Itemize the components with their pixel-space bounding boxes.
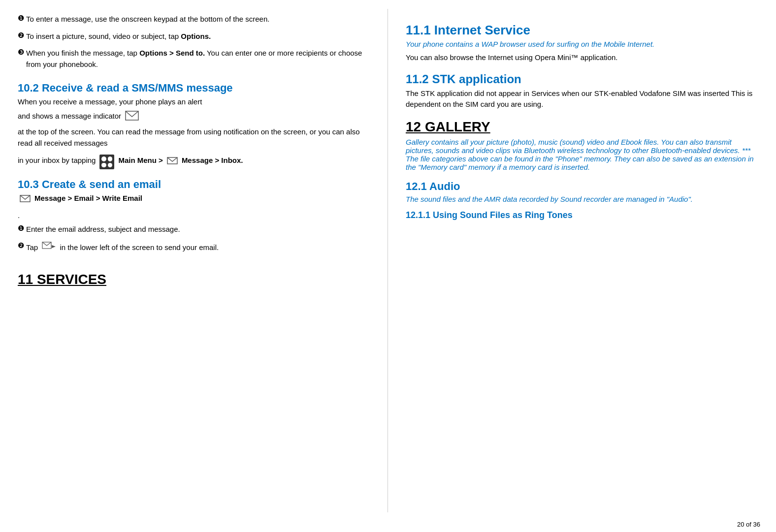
section-11-2-body: The STK application did not appear in Se… — [406, 88, 760, 110]
section-11-1-body: You can also browse the Internet using O… — [406, 52, 760, 63]
intro-item-2: ❷ To insert a picture, sound, video or s… — [18, 31, 372, 45]
section-12-subtitle: Gallery contains all your picture (photo… — [406, 138, 760, 171]
section-11-1-heading: 11.1 Internet Service — [406, 23, 760, 38]
section-10-2-inbox-row: in your inbox by tapping Main Menu > Mes… — [18, 155, 372, 169]
page-footer: 20 of 36 — [737, 521, 760, 528]
num-symbol-3: ❸ — [18, 48, 24, 57]
section-11-heading: 11 SERVICES — [18, 272, 372, 287]
section-10-2-para2-prefix: and shows a message indicator — [18, 111, 121, 122]
section-12-heading: 12 GALLERY — [406, 119, 760, 135]
email-item-1: ❶ Enter the email address, subject and m… — [18, 224, 372, 238]
section-10-2-icon-row: and shows a message indicator at the top… — [18, 111, 372, 152]
email-text-1: Enter the email address, subject and mes… — [26, 224, 180, 235]
right-column: 11.1 Internet Service Your phone contain… — [388, 9, 776, 512]
email-num-1: ❶ — [18, 224, 24, 233]
intro-item-1: ❶ To enter a message, use the onscreen k… — [18, 14, 372, 28]
main-menu-label: Main Menu > — [118, 155, 162, 166]
section-10-2-para1: When you receive a message, your phone p… — [18, 96, 372, 108]
intro-text-3: When you finish the message, tap Options… — [26, 48, 372, 70]
section-12-1-subtitle: The sound files and the AMR data recorde… — [406, 195, 760, 203]
inbox-prefix: in your inbox by tapping — [18, 155, 96, 166]
num-symbol-2: ❷ — [18, 31, 24, 40]
message-icon-small — [167, 156, 178, 168]
section-12-1-1-heading: 12.1.1 Using Sound Files as Ring Tones — [406, 210, 760, 220]
left-column: ❶ To enter a message, use the onscreen k… — [0, 9, 388, 512]
svg-marker-4 — [52, 245, 56, 248]
options-bold: Options. — [181, 32, 211, 40]
mail-indicator-icon — [125, 111, 139, 124]
email-num-2: ❷ — [18, 241, 24, 250]
num-symbol-1: ❶ — [18, 14, 24, 23]
main-menu-icon — [99, 155, 114, 169]
email-icon — [20, 194, 31, 206]
intro-text-1: To enter a message, use the onscreen key… — [26, 14, 269, 25]
write-email-nav: Message > Email > Write Email — [34, 193, 142, 204]
section-11-2-heading: 11.2 STK application — [406, 72, 760, 86]
section-10-3-dot: . — [18, 210, 372, 221]
section-10-3-icon-row: Message > Email > Write Email — [18, 193, 372, 207]
email-text-2: Tap in the lower left of the screen to s… — [26, 241, 219, 255]
intro-item-3: ❸ When you finish the message, tap Optio… — [18, 48, 372, 73]
send-icon — [42, 241, 56, 255]
intro-text-2: To insert a picture, sound, video or sub… — [26, 31, 211, 42]
section-10-3-heading: 10.3 Create & send an email — [18, 178, 372, 191]
page-number: 20 of 36 — [737, 521, 760, 528]
message-inbox-label: Message > Inbox. — [182, 155, 243, 166]
section-10-2-heading: 10.2 Receive & read a SMS/MMS message — [18, 82, 372, 94]
section-12-1-heading: 12.1 Audio — [406, 180, 760, 193]
email-item-2: ❷ Tap in the lower left of the screen to… — [18, 241, 372, 258]
options-send-bold: Options > Send to. — [139, 49, 205, 57]
section-11-1-subtitle: Your phone contains a WAP browser used f… — [406, 40, 760, 48]
section-10-2-para2-suffix: at the top of the screen. You can read t… — [18, 126, 372, 149]
